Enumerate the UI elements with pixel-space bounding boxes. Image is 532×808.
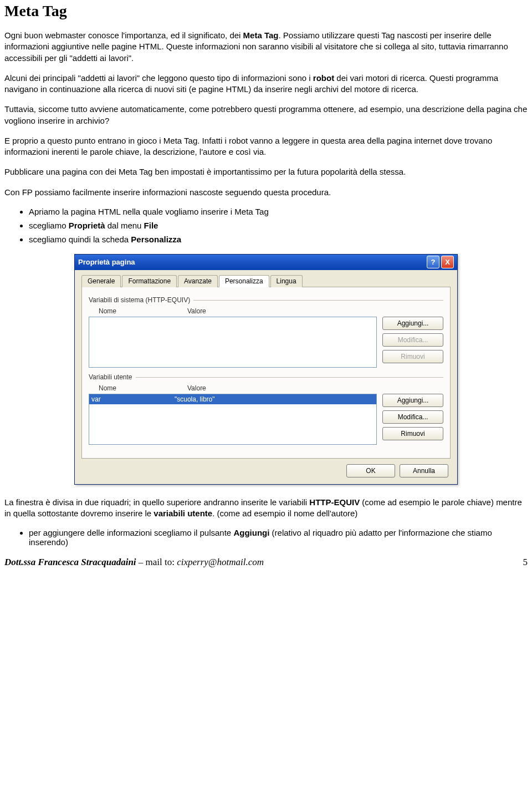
listbox-variabili-utente[interactable]: var "scuola, libro" bbox=[89, 394, 377, 445]
paragraph: La finestra è divisa in due riquadri; in… bbox=[4, 497, 528, 520]
rimuovi-button[interactable]: Rimuovi bbox=[382, 350, 443, 363]
dialog-titlebar[interactable]: Proprietà pagina ? X bbox=[75, 255, 457, 270]
bold-text: HTTP-EQUIV bbox=[309, 497, 360, 507]
tabstrip: Generale Formattazione Avanzate Personal… bbox=[81, 275, 451, 287]
listbox-http-equiv[interactable] bbox=[89, 317, 377, 368]
bold-text: Aggiungi bbox=[233, 528, 269, 537]
column-header-nome: Nome bbox=[89, 307, 187, 315]
close-icon[interactable]: X bbox=[441, 256, 454, 268]
column-header-valore: Valore bbox=[187, 384, 443, 392]
text: La finestra è divisa in due riquadri; in… bbox=[4, 497, 309, 507]
dialog-proprieta-pagina: Proprietà pagina ? X Generale Formattazi… bbox=[74, 254, 458, 485]
text: scegliamo bbox=[29, 221, 69, 230]
page-heading: Meta Tag bbox=[4, 2, 528, 20]
footer-sep: – mail to: bbox=[136, 557, 177, 567]
paragraph: Con FP possiamo facilmente inserire info… bbox=[4, 187, 528, 198]
text: dal menu bbox=[105, 221, 144, 230]
page-footer: Dott.ssa Francesca Stracquadaini – mail … bbox=[4, 557, 528, 568]
page-number: 5 bbox=[523, 557, 528, 568]
bold-text: variabili utente bbox=[154, 509, 212, 518]
text: Ogni buon webmaster conosce l'importanza… bbox=[4, 31, 243, 40]
cell-valore: "scuola, libro" bbox=[175, 395, 374, 403]
tab-avanzate[interactable]: Avanzate bbox=[178, 275, 218, 287]
footer-mail: cixperry@hotmail.com bbox=[177, 557, 264, 567]
divider bbox=[193, 300, 443, 301]
aggiungi-button[interactable]: Aggiungi... bbox=[382, 317, 443, 330]
tab-lingua[interactable]: Lingua bbox=[270, 275, 303, 287]
annulla-button[interactable]: Annulla bbox=[400, 464, 448, 477]
tab-panel-personalizza: Variabili di sistema (HTTP-EQUIV) Nome V… bbox=[81, 287, 451, 459]
list-item: scegliamo Proprietà dal menu File bbox=[29, 221, 528, 230]
paragraph: Alcuni dei principali "addetti ai lavori… bbox=[4, 73, 528, 95]
group-variabili-utente: Variabili utente Nome Valore var "scuola… bbox=[89, 373, 443, 445]
bullet-list: per aggiungere delle informazioni scegli… bbox=[4, 528, 528, 547]
paragraph: Ogni buon webmaster conosce l'importanza… bbox=[4, 30, 528, 64]
rimuovi-button[interactable]: Rimuovi bbox=[382, 427, 443, 440]
modifica-button[interactable]: Modifica... bbox=[382, 410, 443, 424]
help-icon[interactable]: ? bbox=[427, 256, 439, 268]
text: Alcuni dei principali "addetti ai lavori… bbox=[4, 73, 313, 83]
paragraph: Tuttavia, siccome tutto avviene automati… bbox=[4, 104, 528, 126]
tab-personalizza[interactable]: Personalizza bbox=[219, 275, 269, 287]
text: per aggiungere delle informazioni scegli… bbox=[29, 528, 233, 537]
modifica-button[interactable]: Modifica... bbox=[382, 333, 443, 347]
aggiungi-button[interactable]: Aggiungi... bbox=[382, 394, 443, 407]
bold-text: Proprietà bbox=[69, 221, 105, 230]
group-legend-text: Variabili utente bbox=[89, 373, 132, 381]
column-header-nome: Nome bbox=[89, 384, 187, 392]
list-item: per aggiungere delle informazioni scegli… bbox=[29, 528, 528, 547]
tab-generale[interactable]: Generale bbox=[81, 275, 121, 287]
bold-text: Personalizza bbox=[131, 235, 181, 244]
bullet-list: Apriamo la pagina HTML nella quale vogli… bbox=[4, 207, 528, 244]
text: . (come ad esempio il nome dell'autore) bbox=[212, 509, 357, 518]
cell-nome: var bbox=[91, 395, 175, 403]
paragraph: Pubblicare una pagina con dei Meta Tag b… bbox=[4, 166, 528, 177]
text: . bbox=[279, 31, 281, 40]
paragraph: E proprio a questo punto entrano in gioc… bbox=[4, 135, 528, 158]
bold-text: File bbox=[144, 221, 158, 230]
list-row-selected[interactable]: var "scuola, libro" bbox=[89, 394, 376, 404]
bold-text: robot bbox=[313, 73, 334, 83]
list-item: scegliamo quindi la scheda Personalizza bbox=[29, 235, 528, 244]
ok-button[interactable]: OK bbox=[346, 464, 395, 477]
tab-formattazione[interactable]: Formattazione bbox=[122, 275, 177, 287]
footer-author: Dott.ssa Francesca Stracquadaini bbox=[4, 557, 136, 567]
bold-text: Meta Tag bbox=[243, 31, 279, 40]
dialog-title: Proprietà pagina bbox=[78, 258, 425, 266]
column-header-valore: Valore bbox=[187, 307, 443, 315]
text: scegliamo quindi la scheda bbox=[29, 235, 131, 244]
group-http-equiv: Variabili di sistema (HTTP-EQUIV) Nome V… bbox=[89, 296, 443, 368]
group-legend-text: Variabili di sistema (HTTP-EQUIV) bbox=[89, 296, 190, 304]
list-item: Apriamo la pagina HTML nella quale vogli… bbox=[29, 207, 528, 216]
divider bbox=[136, 377, 444, 378]
